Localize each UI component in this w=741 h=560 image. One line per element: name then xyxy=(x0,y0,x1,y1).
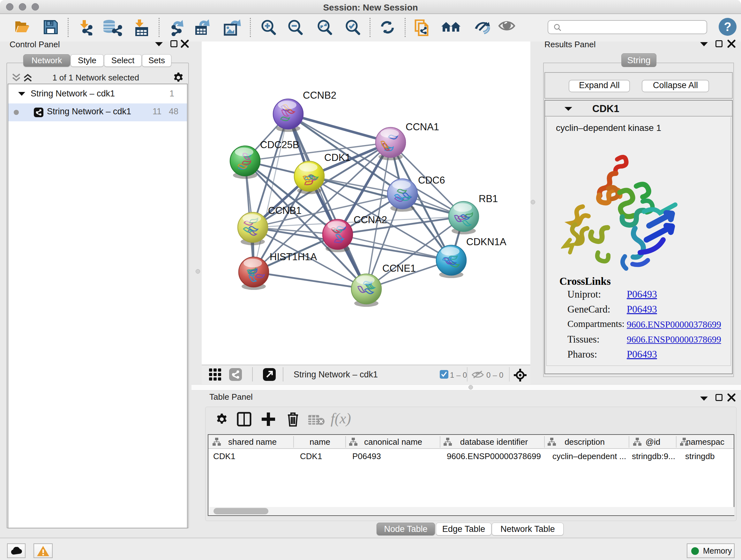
svg-text:CCNA2: CCNA2 xyxy=(354,214,387,226)
svg-text:CDC25B: CDC25B xyxy=(260,139,299,150)
svg-text:CDC6: CDC6 xyxy=(418,175,445,186)
svg-text:HIST1H1A: HIST1H1A xyxy=(270,251,317,262)
svg-text:CCNE1: CCNE1 xyxy=(382,263,416,274)
svg-text:CCNB1: CCNB1 xyxy=(268,205,301,216)
svg-text:CDKN1A: CDKN1A xyxy=(466,236,507,247)
svg-text:CDK1: CDK1 xyxy=(324,152,351,163)
svg-text:RB1: RB1 xyxy=(479,193,498,204)
svg-text:CCNA1: CCNA1 xyxy=(406,121,439,132)
svg-text:CCNB2: CCNB2 xyxy=(303,90,336,101)
